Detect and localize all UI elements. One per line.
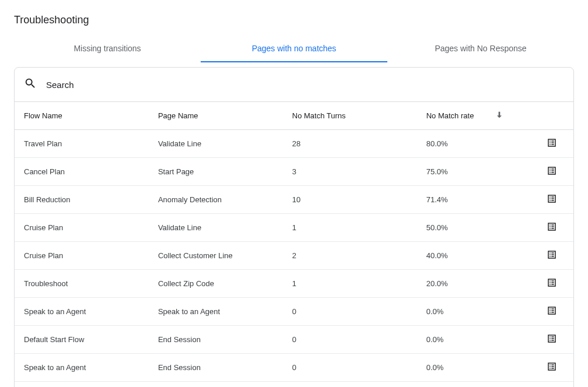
- cell-turns: 0: [283, 382, 417, 388]
- table-row: Default Start FlowEnd Session00.0%: [15, 326, 573, 354]
- view-details-icon[interactable]: [547, 361, 557, 372]
- view-details-icon[interactable]: [547, 166, 557, 176]
- cell-action: [528, 270, 573, 298]
- cell-flow: Bill Reduction: [15, 186, 149, 214]
- view-details-icon[interactable]: [547, 305, 557, 316]
- column-header-turns[interactable]: No Match Turns: [283, 102, 417, 130]
- cell-action: [528, 186, 573, 214]
- cell-flow: Cancel Plan: [15, 158, 149, 186]
- cell-page: Speak to an Agent: [149, 298, 283, 326]
- cell-action: [528, 382, 573, 388]
- table-row: Speak to an AgentEnd Session00.0%: [15, 354, 573, 382]
- tab-pages-no-response[interactable]: Pages with No Response: [387, 36, 574, 62]
- view-details-icon[interactable]: [547, 138, 557, 148]
- tabs-container: Missing transitions Pages with no matche…: [14, 36, 574, 62]
- tab-missing-transitions[interactable]: Missing transitions: [14, 36, 201, 62]
- data-table: Flow Name Page Name No Match Turns No Ma…: [15, 102, 573, 387]
- cell-flow: Cruise Plan: [15, 242, 149, 270]
- cell-flow: Speak to an Agent: [15, 298, 149, 326]
- cell-page: End Session: [149, 354, 283, 382]
- cell-rate: 75.0%: [417, 158, 529, 186]
- table-row: Speak to an AgentSpeak to an Agent00.0%: [15, 298, 573, 326]
- cell-rate: 50.0%: [417, 214, 529, 242]
- view-details-icon[interactable]: [547, 277, 557, 288]
- cell-rate: 40.0%: [417, 242, 529, 270]
- cell-turns: 0: [283, 354, 417, 382]
- cell-turns: 1: [283, 214, 417, 242]
- cell-page: Anomaly Detection: [149, 186, 283, 214]
- content-card: Search Flow Name Page Name No Match Turn…: [14, 67, 574, 387]
- cell-page: Confirm Service - Yes: [149, 382, 283, 388]
- cell-page: Start Page: [149, 158, 283, 186]
- cell-turns: 28: [283, 130, 417, 158]
- table-row: TroubleshootCollect Zip Code120.0%: [15, 270, 573, 298]
- table-row: Cruise PlanValidate Line150.0%: [15, 214, 573, 242]
- cell-action: [528, 242, 573, 270]
- cell-page: Collect Customer Line: [149, 242, 283, 270]
- table-row: Cruise PlanCollect Customer Line240.0%: [15, 242, 573, 270]
- cell-turns: 1: [283, 270, 417, 298]
- column-header-flow[interactable]: Flow Name: [15, 102, 149, 130]
- cell-flow: Default Start Flow: [15, 326, 149, 354]
- cell-rate: 80.0%: [417, 130, 529, 158]
- cell-action: [528, 130, 573, 158]
- table-row: Travel PlanValidate Line2880.0%: [15, 130, 573, 158]
- sort-descending-icon: [495, 110, 504, 121]
- cell-rate: 0.0%: [417, 354, 529, 382]
- cell-action: [528, 354, 573, 382]
- cell-page: Collect Zip Code: [149, 270, 283, 298]
- cell-rate: 20.0%: [417, 270, 529, 298]
- cell-action: [528, 214, 573, 242]
- column-header-rate-label: No Match rate: [426, 111, 474, 120]
- view-details-icon[interactable]: [547, 194, 557, 204]
- cell-turns: 0: [283, 326, 417, 354]
- cell-flow: Cruise Plan: [15, 214, 149, 242]
- column-header-action: [528, 102, 573, 130]
- column-header-rate[interactable]: No Match rate: [417, 102, 529, 130]
- tab-pages-no-matches[interactable]: Pages with no matches: [201, 36, 387, 62]
- cell-rate: 0.0%: [417, 326, 529, 354]
- cell-page: End Session: [149, 326, 283, 354]
- cell-rate: 0.0%: [417, 298, 529, 326]
- cell-flow: Travel Plan: [15, 130, 149, 158]
- column-header-page[interactable]: Page Name: [149, 102, 283, 130]
- search-icon: [24, 77, 37, 92]
- cell-flow: Troubleshoot: [15, 270, 149, 298]
- table-row: Bill ReductionAnomaly Detection1071.4%: [15, 186, 573, 214]
- table-row: TroubleshootConfirm Service - Yes00.0%: [15, 382, 573, 388]
- view-details-icon[interactable]: [547, 333, 557, 344]
- cell-turns: 0: [283, 298, 417, 326]
- view-details-icon[interactable]: [547, 249, 557, 260]
- cell-rate: 71.4%: [417, 186, 529, 214]
- cell-turns: 10: [283, 186, 417, 214]
- cell-flow: Speak to an Agent: [15, 354, 149, 382]
- cell-action: [528, 326, 573, 354]
- view-details-icon[interactable]: [547, 221, 557, 232]
- table-row: Cancel PlanStart Page375.0%: [15, 158, 573, 186]
- cell-page: Validate Line: [149, 130, 283, 158]
- page-title: Troubleshooting: [14, 14, 574, 26]
- cell-page: Validate Line: [149, 214, 283, 242]
- cell-turns: 2: [283, 242, 417, 270]
- search-input[interactable]: Search: [46, 80, 74, 90]
- cell-action: [528, 158, 573, 186]
- cell-flow: Troubleshoot: [15, 382, 149, 388]
- cell-action: [528, 298, 573, 326]
- search-bar[interactable]: Search: [15, 68, 573, 102]
- cell-turns: 3: [283, 158, 417, 186]
- cell-rate: 0.0%: [417, 382, 529, 388]
